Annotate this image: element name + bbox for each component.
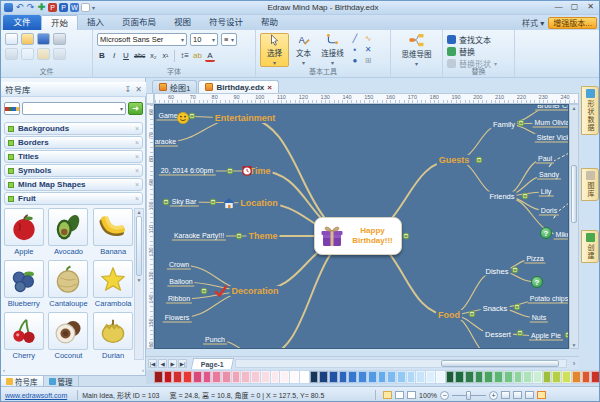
- topic-lily[interactable]: Lily: [539, 188, 554, 197]
- color-swatch[interactable]: [222, 371, 231, 383]
- open-file-icon[interactable]: [21, 33, 34, 45]
- color-swatch[interactable]: [173, 371, 182, 383]
- color-swatch[interactable]: [484, 371, 493, 383]
- color-swatch[interactable]: [183, 371, 192, 383]
- upgrade-button[interactable]: 增强版本...: [548, 17, 597, 29]
- color-swatch[interactable]: [378, 371, 387, 383]
- section-symbols[interactable]: Symbols×: [4, 164, 143, 177]
- collapse-button[interactable]: [189, 113, 196, 120]
- ellipse-tool-icon[interactable]: ●: [349, 56, 361, 66]
- add-icon[interactable]: ✚: [37, 3, 46, 12]
- zoom-area-icon[interactable]: [513, 391, 522, 399]
- section-close-icon[interactable]: ×: [135, 139, 139, 146]
- collapse-button[interactable]: [517, 330, 524, 337]
- color-swatch[interactable]: [562, 371, 571, 383]
- topic-sandy[interactable]: Sandy: [537, 171, 561, 180]
- pin-icon[interactable]: ↧: [125, 85, 132, 94]
- doc-tab-绘图1[interactable]: 绘图1: [152, 80, 197, 93]
- delete-tool-icon[interactable]: ✕: [362, 45, 374, 55]
- topic-sister[interactable]: Sister Vicky: [535, 134, 569, 143]
- color-swatch[interactable]: [251, 371, 260, 383]
- section-borders[interactable]: Borders×: [4, 136, 143, 149]
- font-color-icon[interactable]: A: [205, 50, 215, 62]
- color-swatch[interactable]: [582, 371, 591, 383]
- color-swatch[interactable]: [465, 371, 474, 383]
- color-swatch[interactable]: [310, 371, 319, 383]
- topic-crown[interactable]: Crown: [167, 261, 191, 270]
- color-swatch[interactable]: [280, 371, 289, 383]
- topic-location[interactable]: Location: [238, 198, 280, 208]
- question-mark-icon[interactable]: ?: [540, 227, 552, 239]
- topic-brother[interactable]: Brother Chan: [535, 104, 569, 111]
- topic-paul[interactable]: Paul: [536, 155, 554, 164]
- topic-skybar[interactable]: Sky Bar: [170, 198, 199, 207]
- fruit-item-cherry[interactable]: Cherry: [3, 312, 45, 360]
- export-word-icon[interactable]: W: [70, 3, 79, 12]
- collapse-button[interactable]: [201, 288, 208, 295]
- page-view-icon[interactable]: [395, 391, 404, 399]
- color-swatch[interactable]: [436, 371, 445, 383]
- fruit-item-avocado[interactable]: Avocado: [48, 208, 90, 256]
- section-mind-map-shapes[interactable]: Mind Map Shapes×: [4, 178, 143, 191]
- export-pdf-icon[interactable]: P: [48, 3, 57, 12]
- color-swatch[interactable]: [416, 371, 425, 383]
- next-page-icon[interactable]: ▶: [168, 359, 177, 368]
- curve-tool-icon[interactable]: ∿: [362, 34, 374, 44]
- minimize-button[interactable]: —: [551, 2, 566, 13]
- color-swatch[interactable]: [455, 371, 464, 383]
- topic-dessert[interactable]: Dessert: [483, 330, 513, 339]
- replace-button[interactable]: 替换: [447, 45, 510, 57]
- topic-nuts[interactable]: Nuts: [530, 314, 548, 323]
- collapse-button[interactable]: [514, 304, 521, 311]
- pan-tool-icon[interactable]: [525, 391, 534, 399]
- zoom-in-icon[interactable]: +: [489, 391, 498, 400]
- color-swatch[interactable]: [426, 371, 435, 383]
- topic-decoration[interactable]: Decoration: [229, 286, 280, 296]
- collapse-button[interactable]: [236, 233, 243, 240]
- central-topic-node[interactable]: Happy Birthday!!!: [314, 217, 402, 255]
- canvas-hscrollbar[interactable]: [235, 359, 567, 368]
- color-swatch[interactable]: [533, 371, 542, 383]
- fullscreen-view-icon[interactable]: [407, 391, 416, 399]
- page-tab[interactable]: Page-1: [191, 358, 234, 369]
- topic-family[interactable]: Family: [491, 120, 517, 129]
- zoom-slider[interactable]: [452, 395, 486, 396]
- topic-guests[interactable]: Guests: [437, 155, 472, 165]
- color-swatch[interactable]: [154, 371, 163, 383]
- find-text-button[interactable]: 查找文本: [447, 33, 510, 45]
- side-tab-0[interactable]: 形状数据: [581, 86, 599, 135]
- bold-button[interactable]: B: [97, 50, 107, 62]
- color-swatch[interactable]: [193, 371, 202, 383]
- style-dropdown[interactable]: 样式 ▾: [522, 17, 544, 28]
- crop-tool-icon[interactable]: ⊞: [362, 56, 374, 66]
- fruit-item-durian[interactable]: Durian: [92, 312, 134, 360]
- copy-icon[interactable]: [21, 48, 34, 60]
- color-swatch[interactable]: [368, 371, 377, 383]
- collapse-button[interactable]: [163, 199, 170, 206]
- topic-ent[interactable]: Entertainment: [213, 113, 278, 123]
- color-swatch[interactable]: [572, 371, 581, 383]
- menu-tab-视图[interactable]: 视图: [165, 15, 200, 30]
- library-search-combo[interactable]: ▾: [22, 102, 126, 115]
- topic-applepie[interactable]: Apple Pie: [529, 332, 563, 341]
- export-ppt-icon[interactable]: P: [59, 3, 68, 12]
- last-page-icon[interactable]: ▶|: [178, 359, 187, 368]
- mindmap-canvas[interactable]: Happy Birthday!!! EntertainmentTimeLocat…: [154, 104, 569, 349]
- library-tab-0[interactable]: 符号库: [1, 376, 44, 386]
- menu-tab-file[interactable]: 文件: [3, 15, 41, 30]
- fruit-item-carambola[interactable]: Carambola: [92, 260, 134, 308]
- undo-icon[interactable]: ↶: [15, 3, 24, 12]
- section-close-icon[interactable]: ×: [135, 195, 139, 202]
- underline-button[interactable]: U: [121, 50, 131, 62]
- doc-tab-Birthday.edx[interactable]: Birthday.edx×: [198, 80, 279, 93]
- print-icon[interactable]: [53, 33, 66, 45]
- color-swatch[interactable]: [591, 371, 600, 383]
- section-titles[interactable]: Titles×: [4, 150, 143, 163]
- collapse-button[interactable]: [403, 233, 410, 240]
- menu-tab-插入[interactable]: 插入: [78, 15, 113, 30]
- topic-dishes[interactable]: Dishes: [484, 267, 511, 276]
- cut-icon[interactable]: [5, 48, 18, 60]
- menu-tab-符号设计[interactable]: 符号设计: [200, 15, 252, 30]
- topic-karaoke[interactable]: Karaoke: [154, 138, 178, 147]
- color-swatch[interactable]: [339, 371, 348, 383]
